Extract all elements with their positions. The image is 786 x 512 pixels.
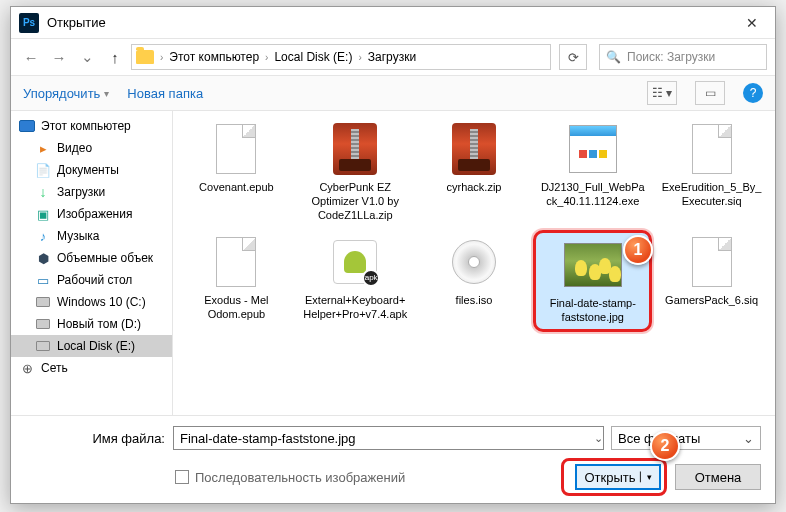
callout-2: 2 [650,431,680,461]
sidebar-item-label: Загрузки [57,185,105,199]
view-icons-button[interactable]: ☷ ▾ [647,81,677,105]
file-icon [561,121,625,177]
file-item[interactable]: Exodus - Mel Odom.epub [177,230,296,332]
sidebar-item-label: Изображения [57,207,132,221]
vid-icon: ▸ [35,141,51,155]
file-item[interactable]: apkExternal+Keyboard+Helper+Pro+v7.4.apk [296,230,415,332]
organize-menu[interactable]: Упорядочить▾ [23,86,109,101]
file-icon [561,237,625,293]
mus-icon: ♪ [35,229,51,243]
disk-icon [35,295,51,309]
nav-row: ← → ⌄ ↑ › Этот компьютер › Local Disk (E… [11,39,775,75]
sidebar-item[interactable]: ⬢Объемные объек [11,247,172,269]
search-placeholder: Поиск: Загрузки [627,50,715,64]
search-icon: 🔍 [606,50,621,64]
open-button[interactable]: Открыть▏▾ [575,464,661,490]
sidebar-item-label: Видео [57,141,92,155]
doc-icon: 📄 [35,163,51,177]
sidebar-item-label: Этот компьютер [41,119,131,133]
sidebar-item-label: Документы [57,163,119,177]
sidebar-item-label: Рабочий стол [57,273,132,287]
file-item[interactable]: ExeErudition_5_By_Executer.siq [652,117,771,226]
chevron-right-icon: › [265,52,268,63]
file-type-dropdown[interactable]: Все форматы [611,426,761,450]
sidebar-item[interactable]: Этот компьютер [11,115,172,137]
file-item[interactable]: files.iso [415,230,534,332]
refresh-button[interactable]: ⟳ [559,44,587,70]
nav-back[interactable]: ← [19,45,43,69]
sidebar-item[interactable]: ♪Музыка [11,225,172,247]
image-sequence-label: Последовательность изображений [195,470,405,485]
file-label: ExeErudition_5_By_Executer.siq [654,181,769,209]
file-icon [442,121,506,177]
file-item[interactable]: cyrhack.zip [415,117,534,226]
sidebar-item-label: Музыка [57,229,99,243]
file-item[interactable]: DJ2130_Full_WebPack_40.11.1124.exe [533,117,652,226]
sidebar-item[interactable]: ⊕Сеть [11,357,172,379]
image-sequence-checkbox[interactable]: Последовательность изображений [175,470,405,485]
img-icon: ▣ [35,207,51,221]
new-folder-button[interactable]: Новая папка [127,86,203,101]
sidebar-item[interactable]: Windows 10 (C:) [11,291,172,313]
file-item[interactable]: Covenant.epub [177,117,296,226]
search-input[interactable]: 🔍 Поиск: Загрузки [599,44,767,70]
disk-icon [35,339,51,353]
vol-icon: ⬢ [35,251,51,265]
file-icon [204,234,268,290]
sidebar-item[interactable]: Local Disk (E:) [11,335,172,357]
breadcrumb-item[interactable]: Local Disk (E:) [270,50,356,64]
file-label: DJ2130_Full_WebPack_40.11.1124.exe [535,181,650,209]
folder-icon [136,50,154,64]
titlebar: Ps Открытие ✕ [11,7,775,39]
view-preview-button[interactable]: ▭ [695,81,725,105]
file-label: Exodus - Mel Odom.epub [179,294,294,322]
file-item[interactable]: GamersPack_6.siq [652,230,771,332]
sidebar: Этот компьютер▸Видео📄Документы↓Загрузки▣… [11,111,173,415]
close-button[interactable]: ✕ [729,7,775,39]
breadcrumb-bar[interactable]: › Этот компьютер › Local Disk (E:) › Заг… [131,44,551,70]
cancel-button[interactable]: Отмена [675,464,761,490]
sidebar-item[interactable]: Новый том (D:) [11,313,172,335]
toolbar: Упорядочить▾ Новая папка ☷ ▾ ▭ ? [11,75,775,111]
callout-1: 1 [623,235,653,265]
file-list: Covenant.epubCyberPunk EZ Optimizer V1.0… [173,111,775,415]
dialog-body: Этот компьютер▸Видео📄Документы↓Загрузки▣… [11,111,775,415]
desk-icon: ▭ [35,273,51,287]
help-icon[interactable]: ? [743,83,763,103]
chevron-right-icon: › [160,52,163,63]
filename-input[interactable] [173,426,604,450]
sidebar-item[interactable]: ▣Изображения [11,203,172,225]
file-icon [680,234,744,290]
net-icon: ⊕ [19,361,35,375]
sidebar-item-label: Сеть [41,361,68,375]
chevron-right-icon: › [358,52,361,63]
sidebar-item[interactable]: ▸Видео [11,137,172,159]
file-label: External+Keyboard+Helper+Pro+v7.4.apk [298,294,413,322]
breadcrumb-item[interactable]: Этот компьютер [165,50,263,64]
nav-recent[interactable]: ⌄ [75,45,99,69]
filename-label: Имя файла: [25,431,165,446]
breadcrumb-item[interactable]: Загрузки [364,50,420,64]
checkbox-icon [175,470,189,484]
bottom-panel: Имя файла: ⌄ Все форматы Последовательно… [11,415,775,504]
file-label: files.iso [452,294,497,308]
sidebar-item-label: Объемные объек [57,251,153,265]
file-label: Covenant.epub [195,181,278,195]
file-item[interactable]: CyberPunk EZ Optimizer V1.0 by CodeZ1LLa… [296,117,415,226]
sidebar-item-label: Новый том (D:) [57,317,141,331]
sidebar-item[interactable]: 📄Документы [11,159,172,181]
photoshop-icon: Ps [19,13,39,33]
sidebar-item[interactable]: ▭Рабочий стол [11,269,172,291]
file-label: Final-date-stamp-faststone.jpg [538,297,647,325]
open-button-highlight: Открыть▏▾ 2 [561,458,667,496]
file-icon [204,121,268,177]
file-icon: apk [323,234,387,290]
file-label: GamersPack_6.siq [661,294,762,308]
file-icon [680,121,744,177]
sidebar-item-label: Local Disk (E:) [57,339,135,353]
sidebar-item[interactable]: ↓Загрузки [11,181,172,203]
dialog-title: Открытие [47,15,729,30]
nav-up[interactable]: ↑ [103,45,127,69]
file-label: CyberPunk EZ Optimizer V1.0 by CodeZ1LLa… [298,181,413,222]
mon-icon [19,119,35,133]
